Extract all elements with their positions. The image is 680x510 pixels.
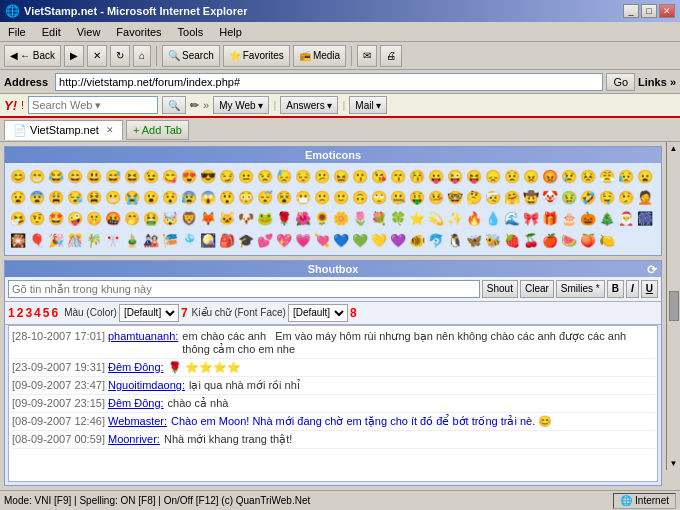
emoticon-item[interactable]: 😣 [579,167,597,187]
emoticon-item[interactable]: 😝 [465,167,483,187]
emoticon-item[interactable]: 🔥 [465,209,483,229]
msg-author[interactable]: Webmaster: [108,415,167,427]
emoticon-item[interactable]: 😧 [9,188,27,208]
emoticon-item[interactable]: 💧 [484,209,502,229]
msg-author[interactable]: phamtuananh: [108,330,178,342]
emoticon-item[interactable]: 🐬 [427,231,445,251]
emoticon-item[interactable]: 😫 [85,188,103,208]
emoticon-item[interactable]: 😃 [85,167,103,187]
emoticon-item[interactable]: 🙄 [370,188,388,208]
emoticon-item[interactable]: 😞 [484,167,502,187]
emoticon-item[interactable]: 😉 [142,167,160,187]
mail-button[interactable]: ✉ [357,45,377,67]
tab-close-icon[interactable]: ✕ [106,125,114,135]
emoticon-item[interactable]: 🤡 [541,188,559,208]
menu-help[interactable]: Help [215,25,246,39]
emoticon-item[interactable]: 🎓 [237,231,255,251]
shoutbox-refresh-icon[interactable]: ⟳ [647,263,657,277]
outer-scrollbar[interactable]: ▲ ▼ [666,142,680,470]
emoticon-item[interactable]: 😋 [161,167,179,187]
emoticon-item[interactable]: 😎 [199,167,217,187]
emoticon-item[interactable]: 🤧 [9,209,27,229]
emoticon-item[interactable]: 🌊 [503,209,521,229]
emoticon-item[interactable]: 😬 [104,188,122,208]
emoticon-item[interactable]: 😅 [104,167,122,187]
emoticon-item[interactable]: 🤗 [503,188,521,208]
my-web-button[interactable]: My Web ▾ [213,96,269,114]
emoticon-item[interactable]: 😘 [370,167,388,187]
emoticon-item[interactable]: 🌺 [294,209,312,229]
emoticon-item[interactable]: 😤 [598,167,616,187]
emoticon-item[interactable]: 😴 [256,188,274,208]
emoticon-item[interactable]: 😰 [180,188,198,208]
emoticon-item[interactable]: 🎋 [85,231,103,251]
emoticon-item[interactable]: 😨 [28,188,46,208]
emoticon-item[interactable]: 😕 [313,167,331,187]
menu-edit[interactable]: Edit [38,25,65,39]
media-button[interactable]: 📻 Media [293,45,346,67]
home-button[interactable]: ⌂ [133,45,151,67]
emoticon-item[interactable]: 🎌 [104,231,122,251]
print-button[interactable]: 🖨 [380,45,402,67]
emoticon-item[interactable]: 🙃 [351,188,369,208]
emoticon-item[interactable]: 😳 [237,188,255,208]
emoticon-item[interactable]: 🐝 [484,231,502,251]
emoticon-item[interactable]: 💜 [389,231,407,251]
emoticon-item[interactable]: 🤨 [28,209,46,229]
emoticon-item[interactable]: 🎒 [218,231,236,251]
emoticon-item[interactable]: 💫 [427,209,445,229]
emoticon-item[interactable]: 🤭 [123,209,141,229]
emoticon-item[interactable]: 😂 [47,167,65,187]
msg-author[interactable]: Nguoitimdaong: [108,379,185,391]
emoticon-item[interactable]: 😪 [66,188,84,208]
emoticon-item[interactable]: 💘 [313,231,331,251]
emoticon-item[interactable]: 🐱 [218,209,236,229]
emoticon-item[interactable]: 🎁 [541,209,559,229]
emoticon-item[interactable]: 🤓 [446,188,464,208]
emoticon-item[interactable]: 💕 [256,231,274,251]
emoticon-item[interactable]: 😩 [47,188,65,208]
emoticon-item[interactable]: 🤢 [560,188,578,208]
emoticon-item[interactable]: 🤫 [85,209,103,229]
msg-author[interactable]: Đêm Đông: [108,361,164,373]
emoticon-item[interactable]: 😆 [123,167,141,187]
close-button[interactable]: ✕ [659,4,675,18]
emoticon-item[interactable]: 🌹 [275,209,293,229]
emoticon-item[interactable]: 🍑 [579,231,597,251]
emoticon-item[interactable]: ✨ [446,209,464,229]
emoticon-item[interactable]: 😄 [66,167,84,187]
emoticon-item[interactable]: 🎏 [161,231,179,251]
emoticon-item[interactable]: 😡 [541,167,559,187]
emoticon-item[interactable]: 😍 [180,167,198,187]
emoticon-item[interactable]: 🎍 [123,231,141,251]
emoticon-item[interactable]: 🌼 [332,209,350,229]
emoticon-item[interactable]: 🍓 [503,231,521,251]
tab-vietstamp[interactable]: 📄 VietStamp.net ✕ [4,120,123,140]
emoticon-item[interactable]: 🤑 [408,188,426,208]
emoticon-item[interactable]: 🤒 [427,188,445,208]
emoticon-item[interactable]: 🎀 [522,209,540,229]
emoticon-item[interactable]: 🎆 [636,209,654,229]
emoticon-item[interactable]: 🎈 [28,231,46,251]
refresh-button[interactable]: ↻ [110,45,130,67]
go-button[interactable]: Go [606,73,635,91]
emoticon-item[interactable]: 😙 [389,167,407,187]
emoticon-item[interactable]: 😮 [142,188,160,208]
font-select[interactable]: [Default] [288,304,348,322]
emoticon-item[interactable]: 😯 [161,188,179,208]
answers-button[interactable]: Answers ▾ [280,96,338,114]
menu-file[interactable]: File [4,25,30,39]
maximize-button[interactable]: □ [641,4,657,18]
emoticon-item[interactable]: 🤠 [522,188,540,208]
emoticon-item[interactable]: 🤥 [617,188,635,208]
emoticon-item[interactable]: 🍀 [389,209,407,229]
emoticon-item[interactable]: 🦊 [199,209,217,229]
shout-input[interactable] [8,280,480,298]
emoticon-item[interactable]: 🤮 [142,209,160,229]
emoticon-item[interactable]: 🙂 [332,188,350,208]
emoticon-item[interactable]: 🤔 [465,188,483,208]
add-tab-button[interactable]: + Add Tab [126,120,189,140]
underline-button[interactable]: U [641,280,658,298]
emoticon-item[interactable]: 🦋 [465,231,483,251]
emoticon-item[interactable]: 😠 [522,167,540,187]
